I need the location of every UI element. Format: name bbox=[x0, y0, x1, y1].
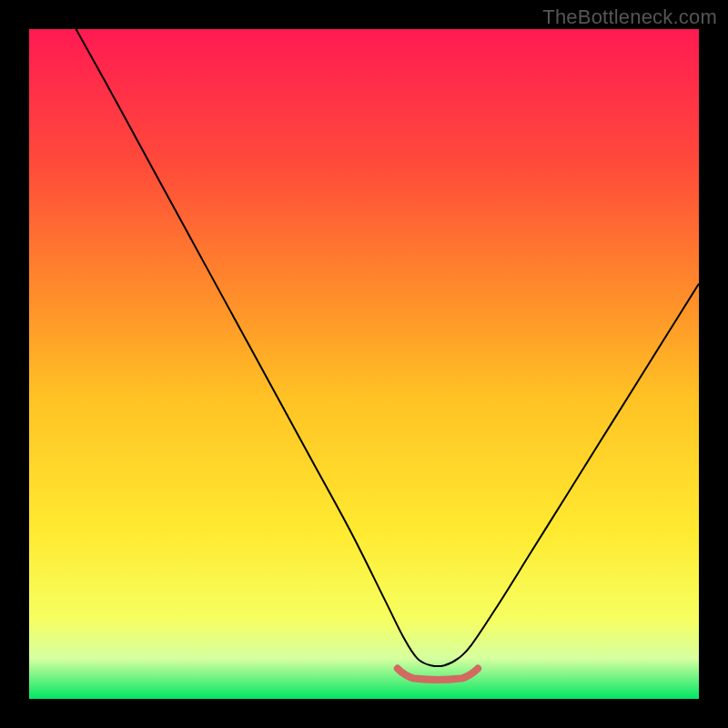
gradient-background bbox=[29, 29, 699, 699]
chart-frame: TheBottleneck.com bbox=[0, 0, 728, 728]
plot-area bbox=[29, 29, 699, 699]
bottleneck-chart bbox=[29, 29, 699, 699]
watermark-label: TheBottleneck.com bbox=[542, 5, 717, 29]
